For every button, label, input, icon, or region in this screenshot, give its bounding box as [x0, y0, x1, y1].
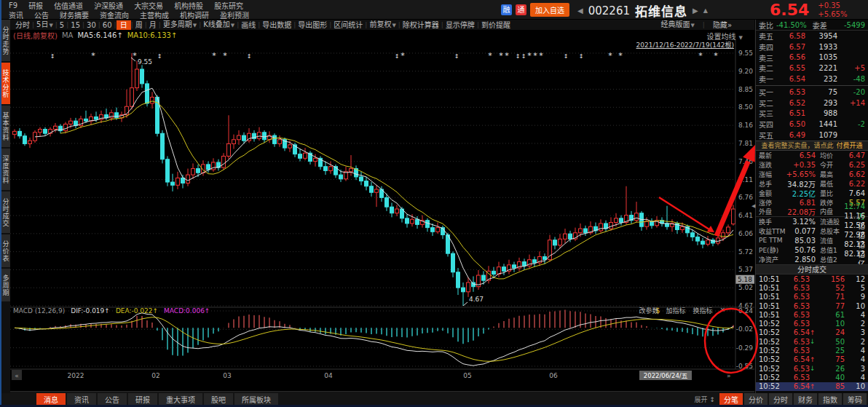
toolbar-item-显示停牌[interactable]: 显示停牌: [443, 20, 477, 30]
toolbar-item-15[interactable]: 15: [68, 20, 82, 30]
hide-panel-button[interactable]: 隐藏»: [711, 20, 734, 30]
sidebar-tab-技术分析[interactable]: 技术分析: [1, 63, 10, 104]
macd-button-加指标[interactable]: 加指标: [666, 306, 685, 315]
menu-item-机构调研[interactable]: 机构调研: [180, 9, 209, 20]
menu-item-F9[interactable]: F9: [9, 1, 17, 9]
sidebar-tab-深度资料[interactable]: 深度资料: [1, 149, 10, 190]
candle-body: [324, 167, 328, 171]
bid-row[interactable]: 买三6.51988: [756, 108, 868, 119]
toolbar-item-导出数据[interactable]: 导出数据: [260, 20, 293, 30]
news-tab-所属板块[interactable]: 所属板块: [234, 393, 278, 406]
bid-row[interactable]: 买一6.5375-20: [756, 87, 868, 98]
toolbar-item-分时[interactable]: 分时: [13, 20, 32, 30]
panel-tab-分时[interactable]: 分时: [769, 393, 792, 406]
expand-button[interactable]: 展开 ↕: [695, 395, 715, 404]
trade-row: 10:526.53102: [756, 319, 868, 328]
bid-row[interactable]: 买四6.501441-2: [756, 119, 868, 130]
stat-label: PE(静): [759, 245, 785, 255]
trade-time: 10:52: [759, 347, 781, 355]
visible-date-range[interactable]: 2021/12/16-2022/7/19(142根): [636, 40, 734, 50]
menu-item-财务摘要[interactable]: 财务摘要: [60, 9, 89, 20]
news-tab-研报[interactable]: 研报: [128, 393, 157, 406]
pay-unlock-link[interactable]: 付费开通: [837, 141, 863, 150]
panel-tab-分笔[interactable]: 分笔: [719, 393, 743, 406]
news-tab-股吧[interactable]: 股吧: [204, 393, 233, 406]
toolbar-item-日[interactable]: 日: [117, 20, 131, 30]
ask-row[interactable]: 卖二6.552221+5: [756, 63, 868, 74]
menu-item-资讯[interactable]: 资讯: [9, 9, 23, 20]
toolbar-item-30[interactable]: 30: [84, 20, 98, 30]
trade-volume: 52: [817, 284, 845, 292]
sidebar-tab-基本资料[interactable]: 基本资料: [1, 106, 10, 147]
stock-up-icon[interactable]: ▲: [703, 7, 708, 14]
menu-item-公告[interactable]: 公告: [34, 9, 49, 20]
close-icon[interactable]: ×: [719, 306, 725, 315]
panel-tab-筹码[interactable]: 筹码: [843, 393, 867, 406]
toolbar-item-月[interactable]: 月: [147, 20, 159, 30]
prev-stock-icon[interactable]: ◀: [577, 7, 583, 15]
toolbar-item-周[interactable]: 周: [133, 20, 145, 30]
stat-label: 今开: [816, 160, 842, 170]
trade-price: 6.54: [781, 382, 810, 390]
panel-tab-指数[interactable]: 指数: [818, 393, 842, 406]
bid-row[interactable]: 买五6.491079: [756, 130, 868, 141]
bid-row[interactable]: 买二6.52293+14: [756, 98, 868, 108]
macd-button-改参数[interactable]: 改参数: [639, 306, 658, 315]
rong-badge[interactable]: 融: [501, 4, 512, 15]
sidebar-tab-分时走势[interactable]: 分时走势: [1, 20, 10, 61]
toolbar-item-画线[interactable]: 画线: [239, 20, 258, 30]
toolbar-item-除权计算器[interactable]: 除权计算器: [401, 20, 441, 30]
toolbar-item-前复权[interactable]: 前复权▼: [367, 20, 398, 31]
full-orderbook-notice[interactable]: 查看完整买卖盘，请点此付费开通: [756, 141, 868, 151]
trade-time: 10:52: [759, 320, 781, 328]
layout-dropdown[interactable]: 经典版面▼: [658, 20, 696, 31]
toolbar-right: 经典版面▼ | 隐藏»: [658, 20, 734, 30]
menu-item-盈利预测[interactable]: 盈利预测: [220, 9, 249, 20]
center-column: 分时|5日▼|5|15|30|60|日|周|月|更多周期▼|K线叠加▼|画线|导…: [10, 20, 754, 393]
news-tab-消息[interactable]: 消息: [36, 393, 66, 406]
panel-collapse-icon[interactable]: ◀: [751, 203, 755, 209]
toolbar-item-5[interactable]: 5: [58, 20, 66, 30]
news-tab-重大事项[interactable]: 重大事项: [159, 393, 202, 406]
panel-tab-分价[interactable]: 分价: [744, 393, 768, 406]
candle-body: [492, 271, 496, 274]
candle-body: [263, 133, 267, 140]
trade-time: 10:52: [759, 382, 781, 390]
trade-time: 10:52: [759, 328, 781, 336]
toolbar-item-区间统计[interactable]: 区间统计: [331, 20, 365, 30]
candle-body: [44, 130, 47, 134]
sidebar-tab-分价表[interactable]: 分价表: [1, 234, 10, 267]
trades-list[interactable]: 10:516.531561210:516.5352510:516.5371910…: [756, 274, 868, 391]
trade-count: 4: [845, 311, 865, 319]
tong-badge[interactable]: 通: [516, 4, 526, 15]
candlestick-chart[interactable]: 9.559.208.858.508.167.817.467.116.766.41…: [10, 40, 754, 382]
stat-label: 收益TTM: [759, 226, 785, 236]
ask-row[interactable]: 卖四6.571933: [756, 42, 868, 52]
toolbar-item-更多周期[interactable]: 更多周期▼: [161, 20, 199, 31]
ask-row[interactable]: 卖一6.54232-48: [756, 74, 868, 84]
panel-tab-财务[interactable]: 财务: [794, 393, 817, 406]
ask-row[interactable]: 卖三6.561035: [756, 52, 868, 63]
sidebar-tab-分时成交[interactable]: 分时成交: [1, 191, 10, 233]
level-label: 卖一: [759, 74, 778, 84]
toolbar-item-K线叠加[interactable]: K线叠加▼: [201, 20, 237, 31]
news-tab-资讯[interactable]: 资讯: [67, 393, 96, 406]
add-to-watchlist-button[interactable]: 加入自选: [530, 3, 569, 17]
sidebar-tab-多周期[interactable]: 多周期: [1, 269, 10, 301]
trade-count: 3: [845, 328, 865, 336]
news-tab-公告[interactable]: 公告: [98, 393, 127, 406]
svg-text:*: *: [223, 51, 227, 60]
toolbar-item-60[interactable]: 60: [100, 20, 114, 30]
trade-volume: 75: [817, 355, 845, 363]
toolbar-item-导出图形[interactable]: 导出图形: [296, 20, 329, 30]
stat-label: 流通股: [816, 217, 842, 226]
trade-volume: 85: [817, 382, 845, 390]
menu-item-主营构成[interactable]: 主营构成: [140, 9, 169, 20]
toolbar-item-5日[interactable]: 5日▼: [34, 20, 55, 31]
svg-text:2022/06/24/五: 2022/06/24/五: [644, 372, 688, 379]
ask-row[interactable]: 卖五6.583954: [756, 31, 868, 42]
macd-button-换指标[interactable]: 换指标: [693, 306, 712, 315]
next-stock-icon[interactable]: ▶: [693, 7, 698, 15]
toolbar-item-到价提醒[interactable]: 到价提醒: [479, 20, 513, 30]
menu-item-资金流向[interactable]: 资金流向: [100, 9, 129, 20]
